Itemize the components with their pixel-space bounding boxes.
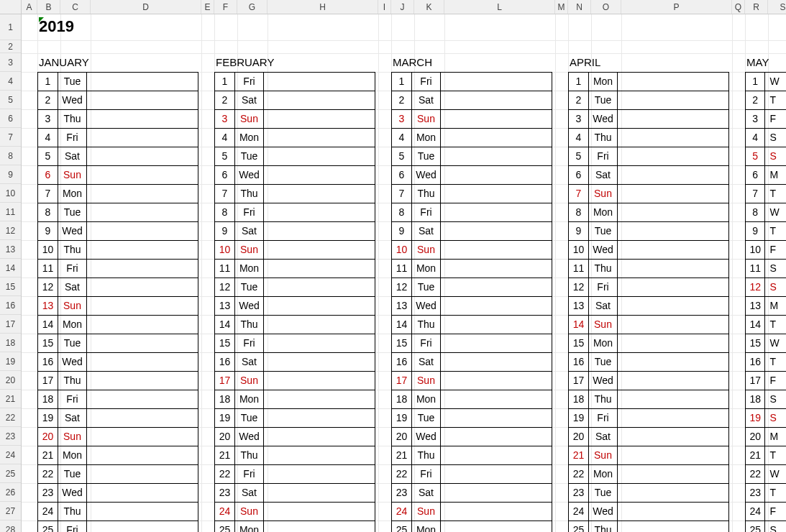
day-note[interactable] (618, 91, 728, 109)
day-name[interactable]: Tue (58, 465, 87, 483)
calendar-day-row[interactable]: 23Sat (215, 484, 375, 503)
calendar-day-row[interactable]: 1Fri (215, 73, 375, 91)
calendar-day-row[interactable]: 7Thu (215, 185, 375, 203)
day-note[interactable] (441, 465, 552, 483)
day-name[interactable]: Thu (412, 185, 441, 203)
day-number[interactable]: 20 (569, 428, 589, 446)
calendar-day-row[interactable]: 22Mon (569, 465, 728, 484)
calendar-day-row[interactable]: 19Sat (38, 409, 198, 428)
day-name[interactable]: Wed (412, 166, 441, 184)
day-note[interactable] (264, 334, 375, 352)
calendar-day-row[interactable]: 17Sun (392, 372, 552, 390)
day-number[interactable]: 23 (569, 484, 589, 502)
day-name[interactable]: M (765, 297, 786, 315)
calendar-day-row[interactable]: 1Fri (392, 73, 552, 91)
day-number[interactable]: 14 (392, 316, 412, 334)
day-number[interactable]: 13 (746, 297, 765, 315)
calendar-day-row[interactable]: 24Sun (392, 503, 552, 521)
day-number[interactable]: 1 (392, 73, 412, 91)
calendar-day-row[interactable]: 21Thu (215, 446, 375, 465)
calendar-day-row[interactable]: 8Tue (38, 203, 198, 222)
day-name[interactable]: Sun (589, 185, 618, 203)
day-number[interactable]: 24 (215, 503, 235, 520)
calendar-day-row[interactable]: 25Mon (215, 521, 375, 532)
calendar-day-row[interactable]: 12Sat (38, 278, 198, 297)
day-name[interactable]: Tue (589, 91, 618, 109)
row-header[interactable]: 8 (0, 147, 21, 165)
day-number[interactable]: 14 (569, 316, 589, 334)
day-name[interactable]: Wed (589, 241, 618, 259)
column-header[interactable]: A (22, 0, 37, 14)
calendar-day-row[interactable]: 7Thu (392, 185, 552, 203)
day-number[interactable]: 19 (215, 409, 235, 427)
calendar-day-row[interactable]: 23Sat (392, 484, 552, 503)
day-name[interactable]: Fri (412, 334, 441, 352)
column-header[interactable]: N (568, 0, 591, 14)
day-number[interactable]: 25 (38, 521, 58, 532)
day-number[interactable]: 13 (569, 297, 589, 315)
calendar-day-row[interactable]: 8Mon (569, 203, 728, 222)
day-name[interactable]: Tue (58, 73, 87, 91)
day-name[interactable]: Mon (589, 73, 618, 91)
day-number[interactable]: 9 (215, 222, 235, 240)
day-name[interactable]: Sun (235, 110, 264, 128)
day-name[interactable]: Wed (235, 297, 264, 315)
day-number[interactable]: 19 (569, 409, 589, 427)
calendar-day-row[interactable]: 2Wed (38, 91, 198, 110)
day-name[interactable]: Sat (589, 428, 618, 446)
calendar-day-row[interactable]: 14Thu (215, 316, 375, 334)
day-name[interactable]: Sat (58, 147, 87, 165)
day-name[interactable]: Wed (58, 222, 87, 240)
row-header[interactable]: 17 (0, 315, 21, 334)
day-number[interactable]: 18 (392, 390, 412, 408)
day-note[interactable] (441, 334, 552, 352)
month-name[interactable]: JANUARY (37, 53, 198, 72)
day-number[interactable]: 22 (215, 465, 235, 483)
day-note[interactable] (441, 503, 552, 520)
day-number[interactable]: 25 (746, 521, 765, 532)
calendar-day-row[interactable]: 4Thu (569, 129, 728, 147)
calendar-day-row[interactable]: 9Sat (392, 222, 552, 241)
calendar-day-row[interactable]: 13M (746, 297, 786, 316)
calendar-day-row[interactable]: 25Fri (38, 521, 198, 532)
day-name[interactable]: Fri (412, 203, 441, 221)
calendar-day-row[interactable]: 24Thu (38, 503, 198, 521)
day-number[interactable]: 4 (392, 129, 412, 147)
day-name[interactable]: Sat (412, 91, 441, 109)
column-header[interactable]: F (214, 0, 237, 14)
day-note[interactable] (264, 465, 375, 483)
day-note[interactable] (264, 446, 375, 464)
day-number[interactable]: 19 (746, 409, 765, 427)
day-name[interactable]: Fri (235, 334, 264, 352)
column-header[interactable]: Q (732, 0, 745, 14)
day-name[interactable]: Mon (58, 446, 87, 464)
day-number[interactable]: 21 (392, 446, 412, 464)
day-number[interactable]: 8 (569, 203, 589, 221)
day-note[interactable] (87, 147, 198, 165)
day-name[interactable]: Thu (58, 110, 87, 128)
day-name[interactable]: T (765, 353, 786, 371)
day-note[interactable] (87, 73, 198, 91)
calendar-day-row[interactable]: 5Tue (215, 147, 375, 166)
column-header[interactable]: S (768, 0, 786, 14)
day-number[interactable]: 15 (392, 334, 412, 352)
day-name[interactable]: Mon (412, 521, 441, 532)
calendar-day-row[interactable]: 12Tue (392, 278, 552, 297)
day-number[interactable]: 20 (746, 428, 765, 446)
day-number[interactable]: 16 (392, 353, 412, 371)
calendar-day-row[interactable]: 15Mon (569, 334, 728, 353)
calendar-day-row[interactable]: 1Tue (38, 73, 198, 91)
day-number[interactable]: 1 (746, 73, 765, 91)
day-name[interactable]: Sun (58, 166, 87, 184)
row-header[interactable]: 15 (0, 278, 21, 296)
day-number[interactable]: 7 (38, 185, 58, 203)
day-name[interactable]: Wed (58, 353, 87, 371)
day-number[interactable]: 15 (746, 334, 765, 352)
day-note[interactable] (87, 166, 198, 184)
day-number[interactable]: 22 (569, 465, 589, 483)
calendar-day-row[interactable]: 17Wed (569, 372, 728, 390)
calendar-day-row[interactable]: 15W (746, 334, 786, 353)
day-name[interactable]: Wed (58, 484, 87, 502)
day-name[interactable]: Sat (235, 353, 264, 371)
day-name[interactable]: F (765, 372, 786, 390)
